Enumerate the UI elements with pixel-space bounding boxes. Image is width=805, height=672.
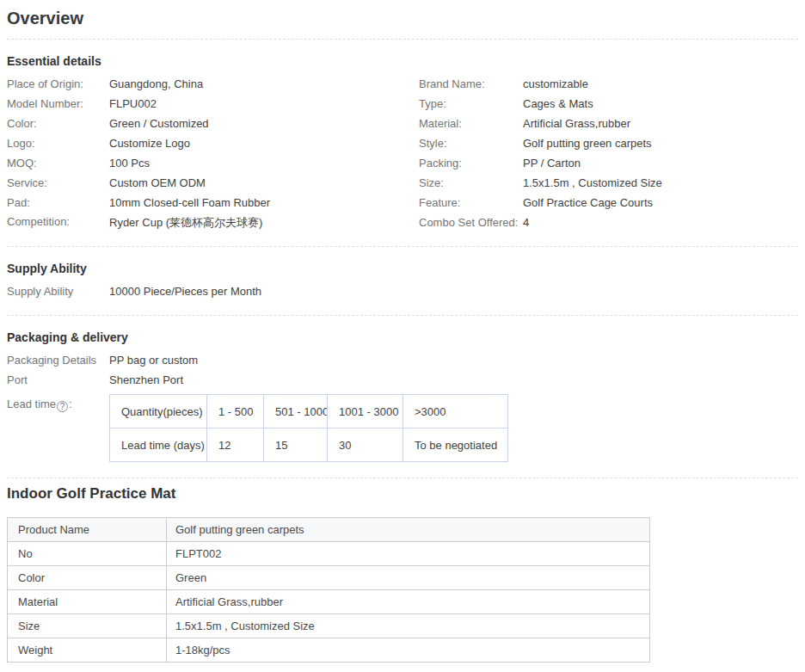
supply-ability-value: 10000 Piece/Pieces per Month bbox=[109, 285, 261, 298]
detail-pair: Feature: Golf Practice Cage Courts bbox=[419, 196, 798, 209]
detail-value: Ryder Cup (莱德杯高尔夫球赛) bbox=[109, 215, 262, 231]
spec-row: Size 1.5x1.5m , Customized Size bbox=[8, 614, 650, 638]
spec-row: Color Green bbox=[8, 566, 650, 590]
packaging-details-row: Packaging Details PP bag or custom bbox=[7, 350, 798, 370]
detail-row: Model Number: FLPU002 Type: Cages & Mats bbox=[7, 94, 798, 114]
detail-label: MOQ: bbox=[7, 157, 109, 170]
spec-row-value: 1-18kg/pcs bbox=[167, 638, 650, 663]
spec-row-value: Golf putting green carpets bbox=[167, 518, 650, 542]
detail-label: Model Number: bbox=[7, 97, 109, 110]
detail-value: Golf putting green carpets bbox=[523, 137, 652, 150]
lead-time-label: Lead time?: bbox=[7, 394, 109, 462]
detail-label: Style: bbox=[419, 137, 523, 150]
spec-row-label: No bbox=[8, 542, 167, 566]
supply-ability-heading: Supply Ability bbox=[7, 262, 798, 276]
detail-label: Brand Name: bbox=[419, 77, 523, 90]
detail-row: Service: Custom OEM ODM Size: 1.5x1.5m ,… bbox=[7, 173, 798, 193]
page-title: Overview bbox=[7, 8, 798, 28]
detail-pair: Pad: 10mm Closed-cell Foam Rubber bbox=[7, 196, 419, 209]
spec-row-label: Material bbox=[8, 590, 167, 614]
lead-table-cell: 1 - 500 bbox=[207, 395, 264, 428]
lead-table-cell: Quantity(pieces) bbox=[110, 395, 207, 428]
detail-pair: Brand Name: customizable bbox=[419, 77, 798, 90]
lead-table-cell: 15 bbox=[264, 428, 328, 462]
spec-row-value: Artificial Grass,rubber bbox=[167, 590, 650, 614]
detail-label: Type: bbox=[419, 97, 523, 110]
detail-row: Color: Green / Customized Material: Arti… bbox=[7, 114, 798, 133]
essential-details-heading: Essential details bbox=[7, 54, 798, 69]
detail-value: 4 bbox=[523, 216, 529, 229]
lead-time-row: Lead time?: Quantity(pieces) 1 - 500 501… bbox=[7, 394, 798, 462]
lead-table-cell: 501 - 1000 bbox=[264, 395, 328, 428]
detail-value: Golf Practice Cage Courts bbox=[523, 196, 653, 209]
detail-row: MOQ: 100 Pcs Packing: PP / Carton bbox=[7, 153, 798, 173]
detail-label: Combo Set Offered: bbox=[419, 216, 523, 229]
port-row: Port Shenzhen Port bbox=[7, 370, 798, 390]
spec-row: No FLPT002 bbox=[8, 542, 650, 566]
section-divider bbox=[7, 478, 798, 478]
packaging-details-label: Packaging Details bbox=[7, 354, 109, 367]
lead-time-days-row: Lead time (days) 12 15 30 To be negotiat… bbox=[110, 428, 508, 462]
spec-row-label: Color bbox=[8, 566, 167, 590]
detail-pair: MOQ: 100 Pcs bbox=[7, 157, 419, 170]
detail-row: Competition: Ryder Cup (莱德杯高尔夫球赛) Combo … bbox=[7, 213, 798, 232]
detail-row: Logo: Customize Logo Style: Golf putting… bbox=[7, 133, 798, 153]
detail-label: Place of Origin: bbox=[7, 77, 109, 90]
detail-value: 1.5x1.5m , Customized Size bbox=[523, 176, 662, 189]
detail-label: Logo: bbox=[7, 137, 109, 150]
help-question-icon[interactable]: ? bbox=[57, 401, 68, 412]
port-label: Port bbox=[7, 373, 109, 386]
detail-label: Packing: bbox=[419, 157, 523, 170]
supply-ability-row: Supply Ability 10000 Piece/Pieces per Mo… bbox=[7, 281, 798, 301]
section-divider bbox=[7, 246, 798, 247]
spec-header-row: Product Name Golf putting green carpets bbox=[8, 518, 650, 542]
lead-table-cell: 1001 - 3000 bbox=[328, 395, 403, 428]
detail-value: 10mm Closed-cell Foam Rubber bbox=[109, 196, 270, 209]
spec-row: Material Artificial Grass,rubber bbox=[8, 590, 650, 614]
spec-row-label: Weight bbox=[8, 638, 167, 663]
detail-pair: Type: Cages & Mats bbox=[419, 97, 798, 110]
spec-row-value: Green bbox=[167, 566, 650, 590]
detail-value: 100 Pcs bbox=[109, 157, 150, 170]
product-detail-page: Overview Essential details Place of Orig… bbox=[0, 8, 805, 663]
detail-value: Cages & Mats bbox=[523, 97, 593, 110]
lead-table-cell: 12 bbox=[207, 428, 264, 462]
detail-label: Color: bbox=[7, 117, 109, 130]
detail-label: Competition: bbox=[7, 215, 109, 231]
detail-pair: Model Number: FLPU002 bbox=[7, 97, 419, 110]
lead-table-cell: To be negotiated bbox=[403, 428, 508, 462]
detail-value: PP / Carton bbox=[523, 157, 581, 170]
section-divider bbox=[7, 315, 798, 316]
lead-time-quantity-row: Quantity(pieces) 1 - 500 501 - 1000 1001… bbox=[110, 395, 508, 428]
product-spec-section: Indoor Golf Practice Mat Product Name Go… bbox=[7, 485, 798, 663]
essential-details-grid: Place of Origin: Guangdong, China Brand … bbox=[7, 74, 798, 232]
detail-row: Place of Origin: Guangdong, China Brand … bbox=[7, 74, 798, 94]
lead-table-cell: 30 bbox=[328, 428, 403, 462]
detail-pair: Logo: Customize Logo bbox=[7, 137, 419, 150]
detail-row: Pad: 10mm Closed-cell Foam Rubber Featur… bbox=[7, 193, 798, 213]
packaging-delivery-heading: Packaging & delivery bbox=[7, 330, 798, 345]
supply-ability-section: Supply Ability Supply Ability 10000 Piec… bbox=[7, 262, 798, 301]
detail-pair: Combo Set Offered: 4 bbox=[419, 216, 798, 229]
detail-pair: Packing: PP / Carton bbox=[419, 157, 798, 170]
spec-row-value: 1.5x1.5m , Customized Size bbox=[167, 614, 650, 638]
product-section-title: Indoor Golf Practice Mat bbox=[7, 485, 798, 502]
section-divider bbox=[7, 39, 798, 40]
detail-value: FLPU002 bbox=[109, 97, 157, 110]
detail-value: Artificial Grass,rubber bbox=[523, 117, 630, 130]
detail-value: Customize Logo bbox=[109, 137, 190, 150]
product-spec-table: Product Name Golf putting green carpets … bbox=[7, 517, 650, 663]
detail-label: Size: bbox=[419, 176, 523, 189]
packaging-details-value: PP bag or custom bbox=[109, 354, 198, 367]
detail-pair: Competition: Ryder Cup (莱德杯高尔夫球赛) bbox=[7, 215, 419, 231]
detail-label: Service: bbox=[7, 176, 109, 189]
spec-row-label: Size bbox=[8, 614, 167, 638]
detail-value: customizable bbox=[523, 77, 588, 90]
supply-ability-label: Supply Ability bbox=[7, 285, 109, 298]
spec-row-value: FLPT002 bbox=[167, 542, 650, 566]
detail-pair: Service: Custom OEM ODM bbox=[7, 176, 419, 189]
detail-label: Feature: bbox=[419, 196, 523, 209]
lead-time-colon: : bbox=[69, 398, 72, 410]
detail-label: Pad: bbox=[7, 196, 109, 209]
detail-pair: Size: 1.5x1.5m , Customized Size bbox=[419, 176, 798, 189]
